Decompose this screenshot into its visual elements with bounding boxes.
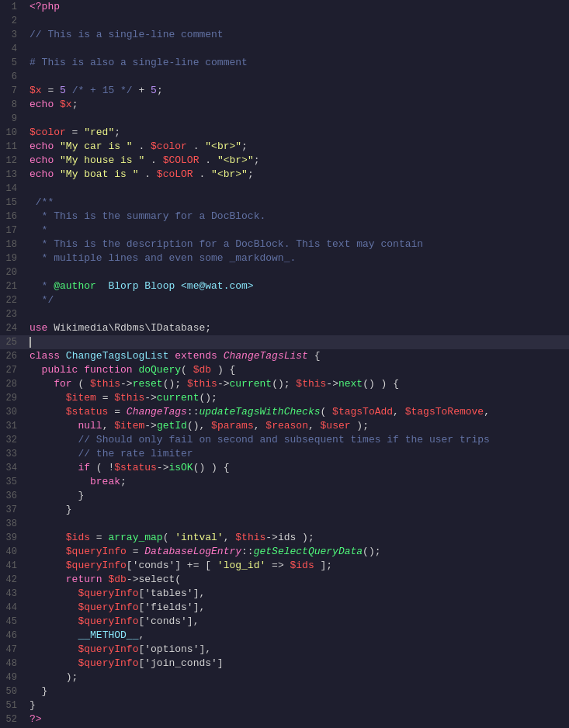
line-number: 52: [0, 712, 23, 726]
line-number: 49: [0, 671, 23, 685]
code-line: 1<?php: [0, 0, 569, 14]
line-content: public function doQuery( $db ) {: [23, 363, 569, 377]
line-number: 39: [0, 531, 23, 545]
line-number: 34: [0, 461, 23, 475]
code-line: 20: [0, 265, 569, 279]
line-number: 18: [0, 237, 23, 251]
line-content: );: [23, 671, 569, 685]
code-line: 42 return $db->select(: [0, 573, 569, 587]
code-line: 3// This is a single-line comment: [0, 28, 569, 42]
code-line: 6: [0, 70, 569, 84]
line-number: 28: [0, 377, 23, 391]
line-number: 51: [0, 699, 23, 712]
code-line: 21 * @author Blorp Bloop <me@wat.com>: [0, 279, 569, 293]
line-content: $queryInfo['conds'],: [23, 615, 569, 629]
code-line: 13echo "My boat is " . $coLOR . "<br>";: [0, 168, 569, 182]
line-content: $item = $this->current();: [23, 391, 569, 405]
line-content: [23, 70, 569, 84]
line-content: // This is a single-line comment: [23, 28, 569, 42]
code-line: 8echo $x;: [0, 98, 569, 112]
line-number: 31: [0, 419, 23, 433]
line-content: __METHOD__,: [23, 629, 569, 643]
code-line: 10$color = "red";: [0, 126, 569, 140]
line-content: * This is the summary for a DocBlock.: [23, 210, 569, 224]
line-number: 19: [0, 251, 23, 265]
line-content: $color = "red";: [23, 126, 569, 140]
line-number: 29: [0, 391, 23, 405]
line-number: 23: [0, 307, 23, 321]
line-number: 22: [0, 293, 23, 307]
code-line: 2: [0, 14, 569, 28]
code-line: 12echo "My house is " . $COLOR . "<br>";: [0, 154, 569, 168]
code-line: 47 $queryInfo['options'],: [0, 643, 569, 657]
code-line: 9: [0, 112, 569, 126]
line-number: 36: [0, 489, 23, 503]
line-number: 27: [0, 363, 23, 377]
code-editor: 1<?php23// This is a single-line comment…: [0, 0, 569, 728]
code-line: 7$x = 5 /* + 15 */ + 5;: [0, 84, 569, 98]
code-line: 14: [0, 182, 569, 196]
code-line: 41 $queryInfo['conds'] += [ 'log_id' => …: [0, 559, 569, 573]
line-number: 10: [0, 126, 23, 140]
line-number: 24: [0, 321, 23, 335]
code-line: 44 $queryInfo['fields'],: [0, 601, 569, 615]
line-number: 37: [0, 503, 23, 517]
line-content: [23, 182, 569, 196]
line-number: 8: [0, 98, 23, 112]
line-content: null, $item->getId(), $params, $reason, …: [23, 419, 569, 433]
line-number: 15: [0, 196, 23, 210]
line-number: 45: [0, 615, 23, 629]
line-number: 3: [0, 28, 23, 42]
line-content: break;: [23, 475, 569, 489]
code-line: 15 /**: [0, 196, 569, 210]
line-number: 44: [0, 601, 23, 615]
line-content: [23, 14, 569, 28]
line-content: use Wikimedia\Rdbms\IDatabase;: [23, 321, 569, 335]
code-line: 39 $ids = array_map( 'intval', $this->id…: [0, 531, 569, 545]
line-number: 35: [0, 475, 23, 489]
line-content: /**: [23, 196, 569, 210]
line-content: return $db->select(: [23, 573, 569, 587]
line-number: 21: [0, 279, 23, 293]
line-number: 43: [0, 587, 23, 601]
code-line: 29 $item = $this->current();: [0, 391, 569, 405]
line-number: 11: [0, 140, 23, 154]
code-line: 25: [0, 335, 569, 349]
code-line: 46 __METHOD__,: [0, 629, 569, 643]
line-number: 30: [0, 405, 23, 419]
line-content: }: [23, 685, 569, 699]
line-number: 42: [0, 573, 23, 587]
code-line: 11echo "My car is " . $color . "<br>";: [0, 140, 569, 154]
code-line: 4: [0, 42, 569, 56]
line-content: echo "My car is " . $color . "<br>";: [23, 140, 569, 154]
line-content: $queryInfo['fields'],: [23, 601, 569, 615]
line-content: }: [23, 503, 569, 517]
line-number: 47: [0, 643, 23, 657]
code-line: 38: [0, 517, 569, 531]
line-number: 9: [0, 112, 23, 126]
line-content: echo "My boat is " . $coLOR . "<br>";: [23, 168, 569, 182]
line-content: $queryInfo['options'],: [23, 643, 569, 657]
code-line: 16 * This is the summary for a DocBlock.: [0, 210, 569, 224]
line-number: 25: [0, 335, 23, 349]
line-number: 40: [0, 545, 23, 559]
line-content: */: [23, 293, 569, 307]
line-number: 32: [0, 433, 23, 447]
line-content: class ChangeTagsLogList extends ChangeTa…: [23, 349, 569, 363]
code-line: 49 );: [0, 671, 569, 685]
line-number: 26: [0, 349, 23, 363]
line-content: $ids = array_map( 'intval', $this->ids )…: [23, 531, 569, 545]
code-line: 45 $queryInfo['conds'],: [0, 615, 569, 629]
text-cursor: [29, 337, 31, 348]
line-number: 2: [0, 14, 23, 28]
code-line: 23: [0, 307, 569, 321]
line-number: 33: [0, 447, 23, 461]
line-content: // Should only fail on second and subseq…: [23, 433, 569, 447]
line-content: [23, 517, 569, 531]
code-line: 27 public function doQuery( $db ) {: [0, 363, 569, 377]
line-content: [23, 335, 569, 349]
code-line: 24use Wikimedia\Rdbms\IDatabase;: [0, 321, 569, 335]
code-line: 52?>: [0, 712, 569, 726]
line-number: 16: [0, 210, 23, 224]
line-number: 5: [0, 56, 23, 70]
